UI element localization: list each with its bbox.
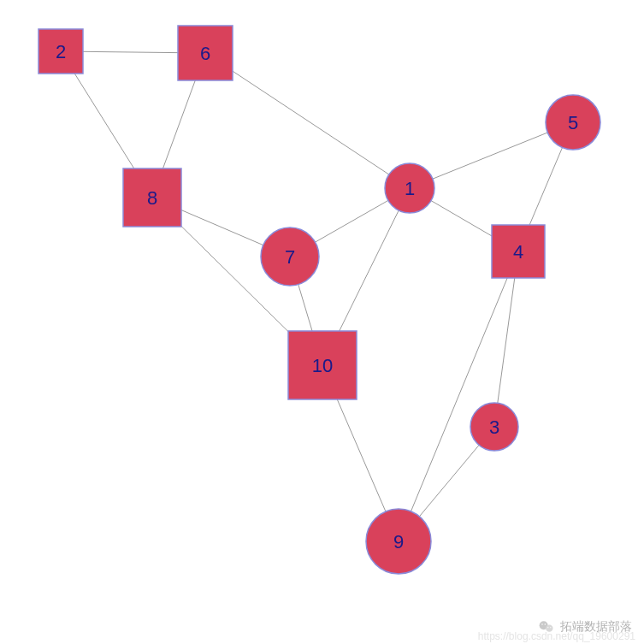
node-10: 10 — [288, 331, 357, 399]
node-label-3: 3 — [489, 417, 499, 438]
watermark-url: https://blog.csdn.net/qq_19600291 — [478, 630, 635, 642]
node-label-6: 6 — [200, 43, 210, 64]
node-label-1: 1 — [405, 178, 415, 199]
network-graph: 12345678910 — [0, 0, 644, 644]
node-label-8: 8 — [147, 187, 157, 209]
node-label-9: 9 — [393, 531, 404, 552]
node-label-5: 5 — [568, 112, 578, 133]
edges-layer — [61, 51, 573, 541]
node-9: 9 — [366, 509, 431, 574]
node-6: 6 — [178, 26, 233, 80]
node-7: 7 — [261, 227, 319, 286]
node-4: 4 — [492, 225, 545, 278]
svg-point-5 — [550, 627, 551, 628]
nodes-layer: 12345678910 — [38, 26, 600, 574]
node-3: 3 — [470, 403, 518, 451]
svg-point-3 — [545, 623, 547, 625]
node-8: 8 — [123, 168, 181, 227]
node-5: 5 — [546, 95, 600, 150]
node-label-2: 2 — [56, 41, 66, 62]
node-2: 2 — [38, 29, 83, 74]
node-label-10: 10 — [312, 355, 333, 376]
svg-point-2 — [541, 623, 543, 625]
node-label-4: 4 — [513, 241, 523, 263]
node-label-7: 7 — [285, 246, 295, 268]
edge-4-9 — [399, 251, 518, 541]
edge-6-1 — [205, 53, 410, 188]
node-1: 1 — [385, 163, 434, 213]
svg-point-4 — [547, 627, 548, 628]
